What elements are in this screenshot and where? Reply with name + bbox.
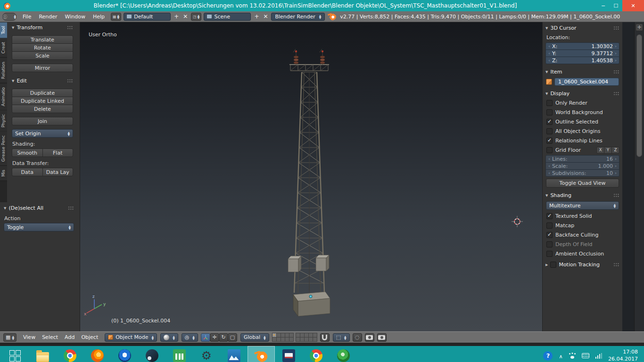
duplicate-linked-button[interactable]: Duplicate Linked	[12, 97, 73, 105]
grid-subdivisions--field[interactable]: ‹Subdivisions:10›	[545, 169, 619, 177]
cursor-y--field[interactable]: ‹Y:9.37712›	[545, 49, 619, 57]
taskbar-steam[interactable]	[138, 346, 165, 362]
increment-icon[interactable]: ›	[614, 58, 618, 63]
taskbar-file-explorer[interactable]	[29, 346, 56, 362]
menu-window[interactable]: Window	[61, 14, 89, 20]
increment-icon[interactable]: ›	[614, 44, 618, 49]
editor-type-info-button[interactable]: ⓘ	[2, 13, 17, 21]
remove-scene-button[interactable]: ✕	[262, 13, 269, 20]
maximize-button[interactable]: ☐	[610, 0, 622, 11]
close-button[interactable]: ✕	[622, 0, 644, 11]
add-layout-button[interactable]: +	[173, 13, 180, 20]
layer-cell-20[interactable]	[313, 337, 317, 342]
panel-header-motion-tracking[interactable]: ▶ Motion Tracking	[545, 261, 619, 269]
opengl-render-anim-button[interactable]	[377, 333, 387, 342]
add-scene-button[interactable]: +	[253, 13, 260, 20]
rotate-button[interactable]: Rotate	[12, 43, 73, 52]
outline-selected-checkbox[interactable]	[546, 119, 553, 125]
decrement-icon[interactable]: ‹	[547, 164, 551, 168]
depth-of-field-checkbox[interactable]	[546, 241, 553, 247]
grid-scale--field[interactable]: ‹Scale:1.000›	[545, 162, 619, 170]
taskbar-media-app[interactable]	[275, 346, 302, 362]
viewport-menu-select[interactable]: Select	[39, 334, 61, 340]
textured-solid-checkbox[interactable]	[546, 213, 553, 219]
taskbar-blender[interactable]	[248, 346, 275, 362]
shading-mode-dropdown[interactable]: Multitexture	[546, 201, 619, 210]
panel-drag-dots[interactable]	[67, 25, 73, 30]
taskbar-firefox[interactable]	[83, 346, 111, 362]
keyboard-tray-icon[interactable]	[582, 353, 589, 358]
grid-axis-z-button[interactable]: Z	[611, 147, 619, 154]
panel-drag-dots[interactable]	[613, 26, 619, 30]
shade-flat-button[interactable]: Flat	[42, 148, 74, 157]
panel-drag-dots[interactable]	[67, 79, 73, 83]
mode-dropdown[interactable]: Object Mode	[105, 333, 157, 342]
action-toggle-dropdown[interactable]: Toggle	[4, 223, 74, 231]
paw-tray-icon[interactable]	[569, 353, 576, 359]
taskbar-settings[interactable]	[193, 346, 220, 362]
ambient-occlusion-checkbox[interactable]	[546, 251, 553, 257]
panel-drag-dots[interactable]	[613, 91, 619, 96]
relationship-lines-checkbox[interactable]	[546, 138, 553, 144]
data-lay-button[interactable]: Data Lay	[42, 168, 74, 176]
manipulator-rotate-button[interactable]: ↻	[219, 333, 228, 342]
object-name-field[interactable]: 1_0600_Sockel.004	[554, 78, 619, 86]
manipulator-scale-button[interactable]: ▢	[228, 333, 237, 342]
editor-type-button[interactable]: ▦	[3, 333, 17, 342]
taskbar-opera[interactable]	[111, 346, 138, 362]
viewport-menu-view[interactable]: View	[20, 334, 39, 340]
only-render-checkbox[interactable]	[546, 100, 553, 106]
tab-grease-penc[interactable]: Grease Penc	[0, 132, 7, 166]
cursor-z--field[interactable]: ‹Z:1.40538›	[545, 57, 619, 64]
scale-button[interactable]: Scale	[12, 51, 73, 60]
manipulator-translate-button[interactable]: ✛	[210, 333, 219, 342]
backface-culling-checkbox[interactable]	[546, 232, 553, 238]
decrement-icon[interactable]: ‹	[547, 51, 551, 56]
decrement-icon[interactable]: ‹	[547, 171, 551, 175]
scrollbar-thumb[interactable]	[636, 34, 642, 157]
pivot-dropdown[interactable]: ◎	[182, 333, 198, 342]
shade-smooth-button[interactable]: Smooth	[12, 148, 43, 157]
help-tray-icon[interactable]	[543, 351, 553, 361]
all-object-origins-checkbox[interactable]	[546, 128, 553, 134]
tab-physic[interactable]: Physic	[0, 110, 7, 132]
motion-tracking-checkbox[interactable]	[550, 262, 556, 268]
menu-file[interactable]: File	[19, 14, 35, 20]
snap-magnet-button[interactable]	[320, 333, 330, 342]
remove-layout-button[interactable]: ✕	[182, 13, 189, 20]
viewport-shading-dropdown[interactable]	[160, 333, 178, 342]
scrollbar-track[interactable]: ✛	[634, 22, 644, 331]
viewport-3d[interactable]: xyz User Ortho (0) 1_0600_Sockel.004	[80, 22, 542, 331]
grid-axis-x-button[interactable]: X	[596, 147, 604, 154]
increment-icon[interactable]: ›	[614, 51, 618, 56]
taskbar-clock[interactable]: 17:08 26.04.2017	[608, 349, 638, 362]
panel-header-item[interactable]: ▼ Item	[545, 68, 619, 76]
viewport-menu-object[interactable]: Object	[78, 334, 101, 340]
tab-creat[interactable]: Creat	[0, 38, 7, 58]
join-button[interactable]: Join	[12, 117, 73, 125]
tab-tool[interactable]: Tool	[0, 22, 7, 38]
taskbar-chart-app[interactable]	[165, 346, 193, 362]
taskbar-start[interactable]	[1, 346, 29, 362]
proportional-edit-button[interactable]: ◌	[353, 333, 362, 342]
matcap-checkbox[interactable]	[546, 222, 553, 229]
grid-lines--field[interactable]: ‹Lines:16›	[545, 155, 619, 163]
tab-relation[interactable]: Relation	[0, 58, 7, 83]
mirror-button[interactable]: Mirror	[12, 64, 73, 72]
taskbar-chrome[interactable]	[56, 346, 83, 362]
panel-header-deselect-all[interactable]: ▼ (De)select All	[4, 204, 74, 212]
translate-button[interactable]: Translate	[12, 35, 73, 44]
viewport-menu-add[interactable]: Add	[61, 334, 78, 340]
data-button[interactable]: Data	[12, 168, 43, 176]
scene-browse-button[interactable]: ◳	[191, 13, 201, 21]
grid-floor-checkbox[interactable]	[546, 147, 553, 153]
decrement-icon[interactable]: ‹	[547, 58, 551, 63]
network-tray-icon[interactable]	[595, 353, 603, 359]
screen-layout-field[interactable]: Default	[124, 13, 171, 21]
opengl-render-button[interactable]	[365, 333, 374, 342]
panel-drag-dots[interactable]	[613, 193, 619, 197]
increment-icon[interactable]: ›	[614, 171, 618, 175]
manipulator-toggle-button[interactable]	[201, 333, 210, 342]
taskbar-photos[interactable]	[220, 346, 248, 362]
taskbar-chrome-2[interactable]	[302, 346, 330, 362]
